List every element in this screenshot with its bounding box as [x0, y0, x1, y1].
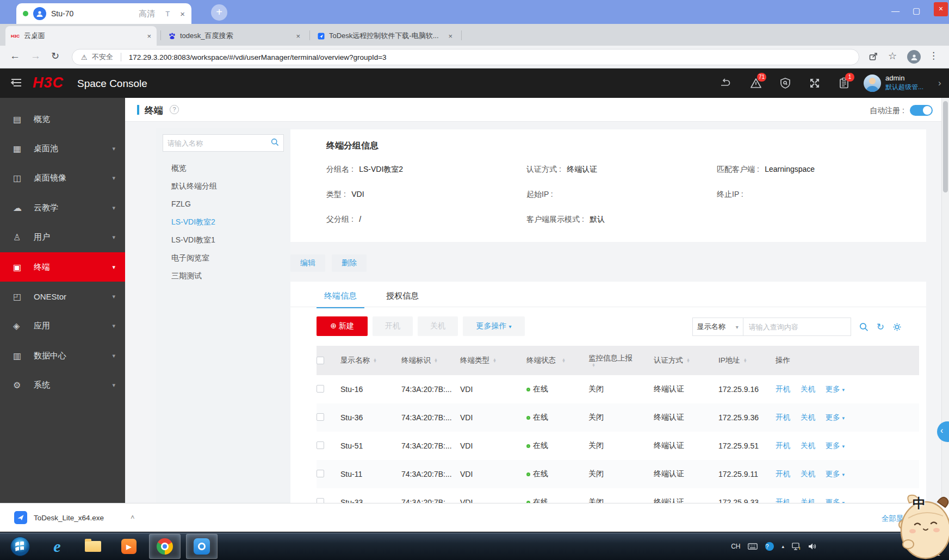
filter-select[interactable]: 显示名称 ▾	[692, 318, 743, 336]
sidebar-item[interactable]: ▥ 数据中心 ▾	[0, 341, 125, 370]
action-power-on[interactable]: 开机	[776, 441, 790, 450]
taskbar-remote-app-icon[interactable]	[186, 534, 218, 559]
table-header-cell[interactable]: IP地址▲▼	[718, 356, 776, 365]
power-on-button[interactable]: 开机	[373, 316, 413, 336]
power-off-button[interactable]: 关机	[418, 316, 458, 336]
table-row[interactable]: Stu-11 74:3A:20:7B:... VDI 在线 关闭 终端认证 17…	[317, 460, 919, 488]
action-power-on[interactable]: 开机	[776, 470, 790, 478]
sort-arrows-icon[interactable]: ▲▼	[493, 358, 497, 363]
sidebar-item[interactable]: ◫ 桌面镜像 ▾	[0, 164, 125, 193]
select-all-checkbox[interactable]	[317, 357, 324, 364]
action-more[interactable]: 更多 ▾	[826, 498, 845, 503]
sidebar-item[interactable]: ⚙ 系统 ▾	[0, 371, 125, 400]
sort-arrows-icon[interactable]: ▲▼	[592, 363, 596, 368]
session-close-icon[interactable]: ×	[180, 9, 185, 18]
keyboard-icon[interactable]	[748, 543, 758, 550]
action-power-off[interactable]: 关机	[801, 470, 815, 478]
sidebar-item[interactable]: ♙ 用户 ▾	[0, 223, 125, 252]
new-session-button[interactable]: +	[211, 4, 227, 21]
browser-tab-baidu-search[interactable]: todesk_百度搜索 ×	[163, 26, 306, 46]
corner-close-button[interactable]: ×	[934, 2, 948, 16]
group-list-item[interactable]: 三期测试	[156, 267, 290, 285]
edit-button[interactable]: 编辑	[290, 254, 325, 272]
table-header-cell[interactable]: 认证方式▲▼	[654, 356, 718, 365]
table-header-cell[interactable]: 监控信息上报▲▼	[588, 354, 654, 368]
taskbar-folder-icon[interactable]	[77, 534, 109, 559]
reload-button[interactable]: ↻	[51, 50, 59, 62]
group-list-item[interactable]: LS-VDI教室2	[156, 213, 290, 231]
scrollbar-thumb[interactable]	[943, 101, 948, 192]
profile-avatar-icon[interactable]	[907, 50, 921, 64]
table-row[interactable]: Stu-16 74:3A:20:7B:... VDI 在线 关闭 终端认证 17…	[317, 375, 919, 403]
session-tool-button[interactable]: T	[165, 10, 170, 18]
remote-session-tab[interactable]: Stu-70 高清 T ×	[16, 3, 191, 24]
taskbar-media-player-icon[interactable]: ▶	[113, 534, 145, 559]
language-indicator[interactable]: CH	[731, 543, 740, 550]
table-header-cell[interactable]: 终端标识▲▼	[401, 356, 460, 365]
back-button[interactable]: ←	[10, 50, 20, 62]
bookmark-star-icon[interactable]: ☆	[888, 50, 897, 62]
forward-button[interactable]: →	[30, 50, 41, 62]
action-power-off[interactable]: 关机	[801, 385, 815, 393]
sidebar-item[interactable]: ◈ 应用 ▾	[0, 312, 125, 341]
tab-close-icon[interactable]: ×	[448, 32, 452, 40]
action-more[interactable]: 更多 ▾	[826, 441, 845, 450]
action-power-off[interactable]: 关机	[801, 413, 815, 421]
group-list-item[interactable]: FZLG	[156, 195, 290, 213]
create-button[interactable]: ⊕ 新建	[317, 316, 368, 336]
page-scrollbar[interactable]	[941, 98, 949, 503]
download-expand-icon[interactable]: ˄	[131, 513, 135, 521]
network-icon[interactable]	[792, 543, 801, 550]
action-more[interactable]: 更多 ▾	[826, 413, 845, 421]
sidebar-item[interactable]: ▦ 桌面池 ▾	[0, 134, 125, 163]
auto-register-toggle[interactable]	[910, 105, 933, 116]
tray-expand-icon[interactable]: ▴	[781, 544, 784, 549]
sort-arrows-icon[interactable]: ▲▼	[373, 358, 377, 363]
table-header-cell[interactable]: 终端类型▲▼	[460, 356, 526, 365]
table-search-box[interactable]	[743, 318, 851, 336]
table-header-cell[interactable]: 终端状态▲▼	[526, 356, 588, 365]
action-power-off[interactable]: 关机	[801, 498, 815, 503]
sort-arrows-icon[interactable]: ▲▼	[743, 358, 747, 363]
delete-button[interactable]: 删除	[332, 254, 367, 272]
sidebar-item[interactable]: ▤ 概览	[0, 104, 125, 134]
sidebar-item[interactable]: ◰ ONEStor ▾	[0, 282, 125, 311]
browser-tab-todesk-download[interactable]: ToDesk远程控制软件下载-电脑软... ×	[312, 26, 458, 46]
table-header-cell[interactable]: 显示名称▲▼	[340, 356, 401, 365]
row-checkbox[interactable]	[317, 498, 324, 503]
table-row[interactable]: Stu-36 74:3A:20:7B:... VDI 在线 关闭 终端认证 17…	[317, 403, 919, 432]
group-list-item[interactable]: 默认终端分组	[156, 177, 290, 195]
user-avatar[interactable]	[864, 74, 881, 92]
shield-icon[interactable]	[779, 77, 792, 90]
sort-arrows-icon[interactable]: ▲▼	[686, 358, 690, 363]
table-row[interactable]: Stu-33 74:3A:20:7B:... VDI 在线 关闭 终端认证 17…	[317, 488, 919, 503]
help-icon[interactable]: ?	[170, 105, 179, 114]
taskbar-ie-icon[interactable]: e	[41, 534, 73, 559]
group-search-input[interactable]	[163, 139, 271, 147]
search-icon[interactable]	[271, 138, 279, 148]
row-checkbox[interactable]	[317, 470, 324, 477]
address-bar[interactable]: ⚠ 不安全 172.29.3.200:8083/workspace/#/vdi/…	[72, 49, 859, 65]
more-actions-button[interactable]: 更多操作 ▾	[463, 316, 525, 336]
share-icon[interactable]	[868, 51, 879, 64]
table-row[interactable]: Stu-51 74:3A:20:7B:... VDI 在线 关闭 终端认证 17…	[317, 432, 919, 460]
row-checkbox[interactable]	[317, 441, 324, 449]
action-power-on[interactable]: 开机	[776, 413, 790, 421]
action-power-off[interactable]: 关机	[801, 441, 815, 450]
sort-arrows-icon[interactable]: ▲▼	[434, 358, 438, 363]
sort-arrows-icon[interactable]: ▲▼	[562, 358, 566, 363]
settings-gear-icon[interactable]	[892, 322, 902, 332]
pipeline-icon[interactable]	[719, 77, 732, 90]
start-button[interactable]	[4, 534, 36, 559]
tab-auth-info[interactable]: 授权信息	[379, 287, 426, 308]
task-clipboard-icon[interactable]: 1	[838, 77, 851, 90]
group-list-item[interactable]: 概览	[156, 159, 290, 177]
action-more[interactable]: 更多 ▾	[826, 385, 845, 393]
download-filename[interactable]: ToDesk_Lite_x64.exe	[34, 514, 104, 522]
row-checkbox[interactable]	[317, 413, 324, 421]
group-search-box[interactable]	[163, 134, 284, 152]
taskbar-chrome-icon[interactable]	[149, 534, 181, 559]
table-search-icon[interactable]	[859, 322, 869, 332]
help-tray-icon[interactable]: ?	[765, 542, 774, 551]
row-checkbox[interactable]	[317, 385, 324, 393]
